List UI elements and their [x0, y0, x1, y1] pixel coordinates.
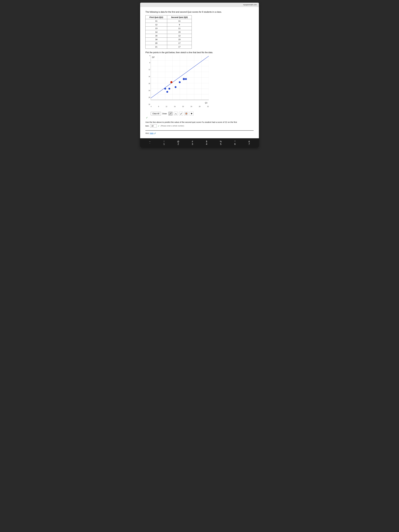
table-row: 129 — [146, 23, 192, 26]
table-row: 1815 — [146, 38, 192, 41]
data-point-red — [170, 81, 172, 83]
keyboard-bar: ~ ` ! 1 @ 2 # 3 $ 4 % 5 ^ 6 & 7 — [140, 138, 259, 148]
key-1[interactable]: ! 1 — [161, 140, 167, 146]
y-axis-labels: 32 28 24 20 16 12 8 4 — [146, 55, 151, 105]
success-checkmark: ✓ — [146, 116, 148, 119]
svg-point-23 — [191, 113, 192, 114]
key-tilde[interactable]: ~ ` — [147, 140, 152, 146]
data-point — [164, 88, 166, 90]
intro-text: The following is data for the first and … — [146, 11, 253, 13]
answer-input[interactable] — [150, 124, 157, 127]
site-url: myopenmath.com — [243, 4, 257, 6]
data-point — [175, 86, 177, 88]
prediction-section: Use the line above to predict the value … — [146, 120, 253, 128]
hint-label: Hint: — [146, 132, 149, 134]
q2-cell: 11 — [167, 26, 192, 30]
q1-cell: 12 — [146, 23, 167, 26]
data-point — [166, 91, 168, 93]
chart-container: 32 28 24 20 16 12 8 4 Q2 — [146, 55, 211, 110]
draw-tool-arc[interactable] — [174, 112, 178, 115]
hint-icon: 🔗 — [154, 133, 156, 134]
checkmark-row: ✓ — [146, 116, 253, 119]
data-point — [183, 78, 185, 80]
data-point — [185, 78, 187, 80]
table-row: 1111 — [146, 19, 192, 23]
q2-cell: 17 — [167, 41, 192, 45]
answer-check-icon: ✓ — [158, 124, 159, 128]
browser-bar: myopenmath.com — [140, 3, 259, 7]
svg-point-22 — [186, 114, 186, 114]
q1-cell: 14 — [146, 30, 167, 34]
data-point — [168, 88, 170, 90]
q1-cell: 18 — [146, 38, 167, 41]
q1-cell: 16 — [146, 34, 167, 38]
q1-cell: 11 — [146, 19, 167, 23]
q2-cell: 15 — [167, 38, 192, 41]
table-row: 2017 — [146, 41, 192, 45]
draw-tool-line[interactable] — [169, 112, 172, 115]
x-axis-labels: 4 8 12 16 20 24 28 32 — [151, 105, 209, 110]
data-table: First Quiz (Q1) Second Quiz (Q2) 1111129… — [146, 15, 192, 49]
table-row: 1612 — [146, 34, 192, 38]
data-point — [179, 81, 181, 83]
draw-tool-dot[interactable] — [190, 112, 194, 115]
col1-header: First Quiz (Q1) — [146, 15, 167, 19]
x-axis-label: Q1 — [205, 102, 207, 104]
q2-cell: 9 — [167, 23, 192, 26]
svg-line-19 — [170, 113, 171, 114]
q1-cell: 20 — [146, 41, 167, 45]
hint-link[interactable]: Help — [150, 132, 154, 134]
q2-cell: 17 — [167, 45, 192, 49]
prediction-input-row: test. ✓ (Please enter a whole number) — [146, 124, 253, 128]
key-2[interactable]: @ 2 — [176, 140, 181, 146]
key-6[interactable]: ^ 6 — [232, 140, 238, 146]
table-row: 1311 — [146, 26, 192, 30]
q2-cell: 15 — [167, 30, 192, 34]
q1-cell: 21 — [146, 45, 167, 49]
prediction-text2: test. — [146, 124, 149, 128]
key-5[interactable]: % 5 — [218, 140, 223, 146]
key-7[interactable]: & 7 — [247, 140, 252, 146]
q1-cell: 13 — [146, 26, 167, 30]
table-row: 1415 — [146, 30, 192, 34]
chart-svg[interactable] — [151, 55, 209, 105]
please-enter-text: (Please enter a whole number) — [161, 124, 184, 127]
table-row: 2117 — [146, 45, 192, 49]
clear-all-button[interactable]: Clear All — [151, 112, 161, 115]
draw-tool-check[interactable] — [179, 112, 183, 115]
q2-cell: 12 — [167, 34, 192, 38]
plot-instruction: Plot the points in the grid below, then … — [146, 51, 253, 54]
prediction-text: Use the line above to predict the value … — [146, 121, 237, 123]
draw-tool-circle-target[interactable] — [184, 112, 188, 115]
col2-header: Second Quiz (Q2) — [167, 15, 192, 19]
controls-row: Clear All Draw: — [151, 112, 253, 115]
q2-cell: 11 — [167, 19, 192, 23]
hint-section: Hint: Help 🔗 — [146, 130, 253, 134]
key-4[interactable]: $ 4 — [204, 140, 209, 146]
draw-label: Draw: — [162, 113, 167, 115]
key-3[interactable]: # 3 — [190, 140, 195, 146]
